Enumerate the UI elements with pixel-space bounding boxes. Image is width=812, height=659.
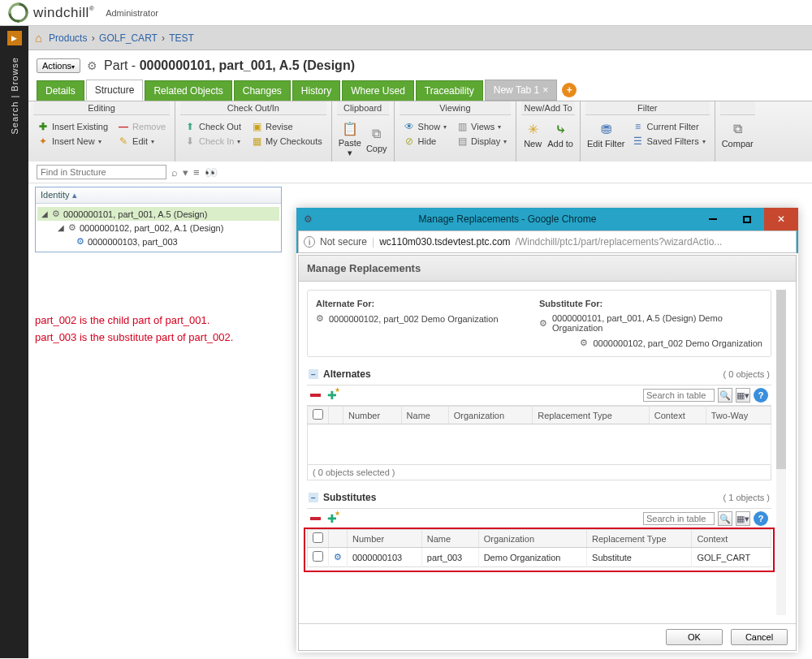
hide-button[interactable]: ⊘Hide — [401, 135, 450, 148]
gear-icon: ⚙ — [334, 552, 342, 562]
minimize-button[interactable] — [696, 208, 730, 230]
check-in-button[interactable]: ⬇Check In▾ — [182, 135, 244, 148]
col-two-way[interactable]: Two-Way — [706, 407, 771, 424]
compare-button[interactable]: ⧉Compar — [722, 119, 754, 149]
binoculars-icon[interactable]: 👀 — [205, 166, 218, 179]
my-checkouts-button[interactable]: ▦My Checkouts — [248, 135, 325, 148]
display-button[interactable]: ▤Display▾ — [454, 135, 509, 148]
collapse-icon[interactable]: ◢ — [57, 223, 65, 232]
collapse-icon[interactable]: − — [309, 369, 318, 379]
rail-label[interactable]: Search | Browse — [10, 57, 19, 135]
help-icon[interactable]: ? — [754, 511, 768, 526]
col-number[interactable]: Number — [343, 407, 402, 424]
col-name[interactable]: Name — [401, 407, 448, 424]
substitutes-toolbar: ✚★ 🔍 ▦▾ ? — [307, 508, 771, 529]
identity-header[interactable]: Identity ▴ — [36, 187, 281, 204]
col-name[interactable]: Name — [421, 530, 478, 548]
rail-toggle-icon[interactable]: ▶ — [7, 31, 22, 45]
substitutes-search-input[interactable] — [643, 512, 715, 525]
tab-traceability[interactable]: Traceability — [416, 80, 483, 101]
not-secure-label: Not secure — [320, 236, 367, 248]
views-button[interactable]: ▥Views▾ — [454, 120, 509, 133]
find-in-structure-input[interactable] — [37, 165, 166, 179]
brand-bar: windchill® Administrator — [0, 0, 812, 26]
cell-replacement-type: Substitute — [587, 548, 692, 567]
edit-filter-button[interactable]: ⛃Edit Filter — [587, 119, 624, 149]
edit-button[interactable]: ✎Edit▾ — [115, 135, 168, 148]
toolbar-icon[interactable]: ≡ — [193, 166, 200, 179]
revise-button[interactable]: ▣Revise — [248, 120, 325, 133]
remove-icon[interactable] — [310, 517, 321, 520]
tab-new-tab[interactable]: New Tab 1× — [485, 80, 558, 101]
ribbon: Editing ✚Insert Existing ✦Insert New▾ —R… — [28, 101, 812, 162]
paste-button[interactable]: 📋Paste▾ — [339, 118, 361, 158]
help-icon[interactable]: ? — [754, 388, 768, 403]
current-filter-button[interactable]: ≡Current Filter — [629, 120, 707, 133]
actions-menu-button[interactable]: Actions▾ — [37, 58, 80, 73]
search-icon[interactable]: 🔍 — [718, 511, 732, 526]
col-context[interactable]: Context — [649, 407, 706, 424]
home-icon[interactable]: ⌂ — [35, 31, 42, 45]
gear-icon: ⚙ — [52, 209, 60, 219]
filter-icon[interactable]: ▾ — [183, 166, 188, 179]
col-replacement-type[interactable]: Replacement Type — [587, 530, 692, 548]
remove-button[interactable]: —Remove — [115, 120, 168, 133]
structure-search-bar: ⌕ ▾ ≡ 👀 — [28, 162, 812, 183]
substitutes-title: Substitutes — [323, 492, 376, 503]
check-out-button[interactable]: ⬆Check Out — [182, 120, 244, 133]
close-icon[interactable]: × — [542, 84, 548, 96]
col-organization[interactable]: Organization — [448, 407, 533, 424]
col-organization[interactable]: Organization — [478, 530, 586, 548]
remove-icon[interactable] — [310, 394, 321, 397]
search-icon[interactable]: ⌕ — [171, 166, 178, 179]
tab-related-objects[interactable]: Related Objects — [145, 80, 231, 101]
add-to-button[interactable]: ⤷Add to — [547, 119, 573, 149]
tab-details[interactable]: Details — [37, 80, 84, 101]
col-replacement-type[interactable]: Replacement Type — [533, 407, 650, 424]
col-number[interactable]: Number — [348, 530, 422, 548]
cell-context: GOLF_CART — [692, 548, 771, 567]
url-host: wc110m030.tsdevtest.ptc.com — [379, 236, 510, 248]
tree-node-child[interactable]: ◢ ⚙ 0000000102, part_002, A.1 (Design) — [37, 221, 279, 235]
add-alternate-icon[interactable]: ✚★ — [327, 389, 337, 402]
popup-titlebar[interactable]: ⚙ Manage Replacements - Google Chrome ✕ — [296, 208, 798, 230]
scrollbar[interactable] — [776, 290, 786, 615]
ribbon-group-editing: Editing — [33, 101, 170, 115]
maximize-button[interactable] — [730, 208, 764, 230]
breadcrumb-golfcart[interactable]: GOLF_CART — [99, 32, 158, 44]
breadcrumb-test[interactable]: TEST — [169, 32, 194, 44]
table-options-icon[interactable]: ▦▾ — [736, 511, 750, 526]
add-substitute-icon[interactable]: ✚★ — [327, 512, 337, 525]
gear-icon: ⚙ — [68, 222, 76, 233]
address-bar[interactable]: i Not secure | wc110m030.tsdevtest.ptc.c… — [298, 230, 797, 253]
row-checkbox[interactable] — [313, 551, 323, 562]
new-button[interactable]: ✳New — [523, 119, 542, 149]
copy-button[interactable]: ⧉Copy — [366, 124, 387, 153]
search-icon[interactable]: 🔍 — [718, 388, 732, 403]
col-context[interactable]: Context — [692, 530, 771, 548]
alternates-search-input[interactable] — [643, 389, 715, 402]
breadcrumb-products[interactable]: Products — [49, 32, 87, 44]
tab-structure[interactable]: Structure — [86, 80, 144, 101]
tree-node-leaf[interactable]: ⚙ 0000000103, part_003 — [37, 235, 279, 248]
tab-changes[interactable]: Changes — [234, 80, 291, 101]
cell-organization: Demo Organization — [478, 548, 586, 567]
add-tab-button[interactable]: + — [562, 83, 577, 97]
saved-filters-button[interactable]: ☰Saved Filters▾ — [629, 135, 707, 148]
cancel-button[interactable]: Cancel — [731, 629, 788, 645]
table-options-icon[interactable]: ▦▾ — [736, 388, 750, 403]
tab-where-used[interactable]: Where Used — [342, 80, 414, 101]
tree-node-root[interactable]: ◢ ⚙ 0000000101, part_001, A.5 (Design) — [37, 207, 279, 221]
collapse-icon[interactable]: − — [309, 493, 318, 502]
show-button[interactable]: 👁Show▾ — [401, 120, 450, 133]
table-row[interactable]: ⚙ 0000000103 part_003 Demo Organization … — [308, 548, 771, 567]
select-all-alternates-checkbox[interactable] — [313, 409, 323, 420]
insert-existing-button[interactable]: ✚Insert Existing — [35, 120, 110, 133]
collapse-icon[interactable]: ◢ — [41, 209, 49, 218]
ribbon-group-filter: Filter — [585, 101, 710, 115]
insert-new-button[interactable]: ✦Insert New▾ — [35, 135, 110, 148]
close-button[interactable]: ✕ — [764, 208, 798, 230]
select-all-substitutes-checkbox[interactable] — [313, 532, 323, 543]
tab-history[interactable]: History — [292, 80, 340, 101]
ok-button[interactable]: OK — [666, 629, 723, 645]
